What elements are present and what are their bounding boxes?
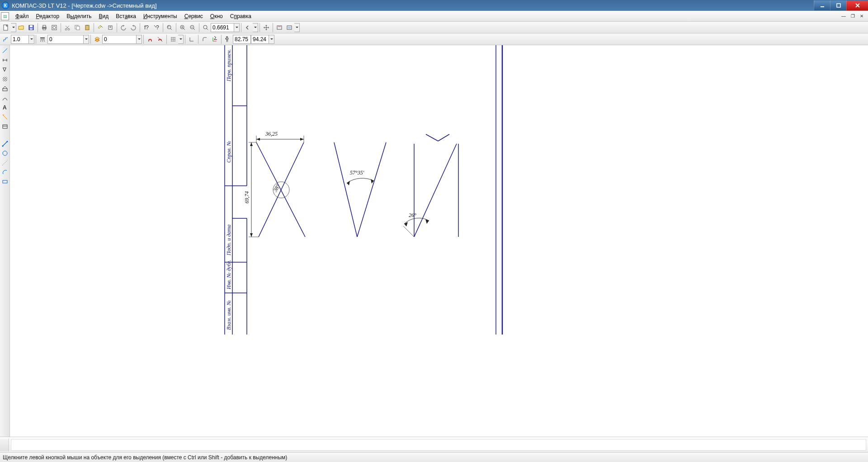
copy-button[interactable] xyxy=(72,23,82,33)
ortho-button[interactable] xyxy=(187,34,197,44)
zoom-dropdown[interactable] xyxy=(234,23,240,32)
tool-segment-icon[interactable] xyxy=(0,139,9,148)
svg-line-100 xyxy=(256,142,305,237)
mdi-close-button[interactable]: ✕ xyxy=(858,13,865,19)
svg-line-82 xyxy=(3,141,7,146)
status-bar: Щелкните левой кнопкой мыши на объекте д… xyxy=(0,452,868,462)
coord-x-input[interactable] xyxy=(233,35,251,44)
layer-dropdown[interactable] xyxy=(137,35,142,44)
close-button[interactable] xyxy=(846,0,868,10)
svg-line-71 xyxy=(3,77,6,80)
preview-button[interactable] xyxy=(49,23,59,33)
print-button[interactable] xyxy=(39,23,49,33)
new-dropdown[interactable] xyxy=(11,23,16,32)
mdi-minimize-button[interactable]: — xyxy=(840,13,847,19)
svg-line-78 xyxy=(3,115,7,119)
tool-library-icon[interactable] xyxy=(0,122,9,131)
round-button[interactable] xyxy=(200,34,210,44)
refresh-button[interactable] xyxy=(284,23,294,33)
redo-button[interactable] xyxy=(128,23,138,33)
menu-bar: ▤ Файл Редактор Выделить Вид Вставка Инс… xyxy=(0,11,868,22)
save-button[interactable] xyxy=(26,23,36,33)
paste-button[interactable] xyxy=(82,23,92,33)
step-dropdown[interactable] xyxy=(29,35,34,44)
open-button[interactable] xyxy=(16,23,26,33)
svg-rect-74 xyxy=(3,89,7,91)
menu-tools[interactable]: Инструменты xyxy=(140,12,181,21)
menu-editor[interactable]: Редактор xyxy=(33,12,63,21)
tool-dimension-icon[interactable] xyxy=(0,56,9,65)
zoom-prev-button[interactable] xyxy=(243,23,253,33)
menu-help[interactable]: Справка xyxy=(226,12,255,21)
panel-handle[interactable] xyxy=(0,438,9,451)
undo-button[interactable] xyxy=(118,23,128,33)
tool-geometry-icon[interactable] xyxy=(0,46,9,55)
zoom-value-input[interactable] xyxy=(211,23,234,32)
drawing-canvas[interactable]: Перв. примен. Справ. № Подп. и дата Инв.… xyxy=(10,45,868,437)
zoom-window-button[interactable] xyxy=(165,23,175,33)
mdi-controls: — ❐ ✕ xyxy=(840,13,867,19)
mdi-restore-button[interactable]: ❐ xyxy=(849,13,856,19)
layer-input[interactable] xyxy=(102,35,137,44)
frame-label-vzam: Взам. инв. № xyxy=(226,300,232,330)
tool-edit-icon[interactable] xyxy=(0,84,9,93)
zoom-in-button[interactable] xyxy=(178,23,188,33)
document-icon[interactable]: ▤ xyxy=(1,12,9,20)
step-icon[interactable] xyxy=(1,34,11,44)
layer-icon[interactable] xyxy=(92,34,102,44)
pan-button[interactable] xyxy=(261,23,271,33)
rebuild-button[interactable] xyxy=(274,23,284,33)
zoom-out-button[interactable] xyxy=(188,23,198,33)
grid-button[interactable] xyxy=(168,34,178,44)
svg-line-31 xyxy=(184,28,185,30)
style-dropdown[interactable] xyxy=(84,35,89,44)
svg-line-70 xyxy=(3,77,5,79)
snap-settings-button[interactable] xyxy=(155,34,165,44)
drawing-svg: Перв. примен. Справ. № Подп. и дата Инв.… xyxy=(10,45,684,335)
cut-button[interactable] xyxy=(62,23,72,33)
maximize-button[interactable] xyxy=(830,0,846,10)
svg-rect-7 xyxy=(30,28,33,30)
style-icon[interactable] xyxy=(38,34,47,44)
menu-service[interactable]: Сервис xyxy=(181,12,207,21)
svg-rect-19 xyxy=(85,25,89,30)
tool-measure-icon[interactable] xyxy=(0,113,9,122)
tool-rect-icon[interactable] xyxy=(0,177,9,186)
new-button[interactable] xyxy=(1,23,11,33)
snap-toggle-button[interactable] xyxy=(145,34,155,44)
coord-dropdown[interactable] xyxy=(269,35,274,44)
svg-rect-20 xyxy=(86,25,88,26)
menu-window[interactable]: Окно xyxy=(207,12,226,21)
help-context-button[interactable]: ? xyxy=(151,23,161,33)
tool-arc-icon[interactable] xyxy=(0,168,9,177)
tool-auxline-icon[interactable] xyxy=(0,158,9,167)
panel-body[interactable] xyxy=(11,439,866,451)
zoom-prev-dropdown[interactable] xyxy=(253,23,258,32)
minimize-button[interactable] xyxy=(814,0,830,10)
tool-symbol-icon[interactable]: ∇ xyxy=(0,65,9,74)
tool-hatch-icon[interactable] xyxy=(0,75,9,84)
svg-rect-44 xyxy=(288,27,291,28)
end-dropdown[interactable] xyxy=(294,23,300,32)
tool-curve-icon[interactable] xyxy=(0,94,9,103)
svg-rect-80 xyxy=(3,125,7,128)
properties-button[interactable] xyxy=(95,23,105,33)
step-input[interactable] xyxy=(11,35,29,44)
zoom-fit-button[interactable] xyxy=(201,23,211,33)
svg-point-85 xyxy=(3,151,7,156)
svg-text:∇: ∇ xyxy=(2,66,7,73)
copy-props-button[interactable] xyxy=(105,23,115,33)
style-input[interactable] xyxy=(47,35,84,44)
menu-select[interactable]: Выделить xyxy=(63,12,95,21)
local-cs-button[interactable]: Σ xyxy=(210,34,220,44)
menu-insert[interactable]: Вставка xyxy=(112,12,140,21)
menu-file[interactable]: Файл xyxy=(12,12,33,21)
svg-rect-9 xyxy=(43,25,46,27)
coord-y-input[interactable] xyxy=(251,35,269,44)
grid-dropdown[interactable] xyxy=(178,35,184,44)
svg-line-101 xyxy=(259,142,304,237)
menu-view[interactable]: Вид xyxy=(95,12,113,21)
tool-circle-icon[interactable] xyxy=(0,149,9,158)
tool-param-icon[interactable]: A xyxy=(0,103,9,112)
variables-button[interactable]: f? xyxy=(142,23,151,33)
